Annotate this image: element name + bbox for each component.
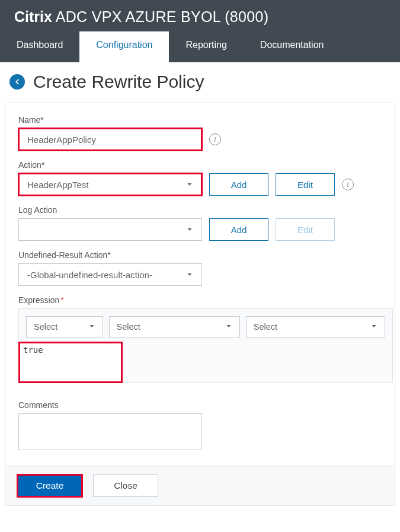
tab-documentation[interactable]: Documentation (244, 31, 341, 62)
page-title: Create Rewrite Policy (33, 72, 204, 92)
chevron-down-icon (186, 225, 193, 235)
field-name: Name i (18, 115, 382, 151)
undef-action-select[interactable]: -Global-undefined-result-action- (18, 263, 202, 286)
app-title: Citrix ADC VPX AZURE BYOL (8000) (14, 8, 386, 26)
page-title-row: Create Rewrite Policy (5, 68, 395, 103)
chevron-down-icon (88, 322, 95, 332)
info-icon[interactable]: i (209, 133, 221, 145)
log-action-select[interactable] (18, 218, 202, 241)
tab-dashboard[interactable]: Dashboard (0, 31, 79, 62)
label-comments: Comments (18, 400, 382, 410)
page-content: Create Rewrite Policy Name i Action Head… (0, 62, 400, 511)
form-panel: Name i Action HeaderAppTest Add Edit i L… (5, 103, 395, 466)
form-footer: Create Close (5, 466, 395, 506)
name-input[interactable] (18, 128, 202, 151)
app-header: Citrix ADC VPX AZURE BYOL (8000) (0, 0, 400, 31)
create-button[interactable]: Create (17, 474, 82, 497)
label-action: Action (18, 160, 382, 170)
info-icon[interactable]: i (342, 179, 354, 190)
action-edit-button[interactable]: Edit (276, 173, 335, 196)
chevron-down-icon (225, 322, 232, 332)
expression-box: Select Select Select (18, 308, 393, 383)
action-add-button[interactable]: Add (209, 173, 268, 196)
close-button[interactable]: Close (93, 474, 158, 497)
expression-select-2[interactable]: Select (109, 316, 240, 337)
label-undef-action: Undefined-Result Action (18, 250, 382, 260)
chevron-down-icon (186, 180, 193, 190)
field-comments: Comments (18, 400, 382, 453)
expression-select-3[interactable]: Select (246, 316, 385, 337)
brand-name: Citrix (14, 8, 52, 25)
tab-reporting[interactable]: Reporting (169, 31, 243, 62)
product-name: ADC VPX AZURE BYOL (8000) (56, 8, 268, 25)
action-select-value: HeaderAppTest (27, 180, 88, 190)
label-name: Name (18, 115, 382, 125)
field-expression: Expression* Select Select Select (18, 295, 382, 383)
chevron-down-icon (186, 270, 193, 280)
expression-textarea[interactable] (19, 342, 122, 383)
field-undef-action: Undefined-Result Action -Global-undefine… (18, 250, 382, 286)
label-expression: Expression* (18, 295, 382, 305)
log-action-add-button[interactable]: Add (209, 218, 268, 241)
main-tabs: Dashboard Configuration Reporting Docume… (0, 31, 400, 62)
chevron-down-icon (370, 322, 377, 332)
log-action-edit-button: Edit (276, 218, 335, 241)
field-log-action: Log Action Add Edit (18, 205, 382, 241)
comments-textarea[interactable] (18, 413, 202, 450)
tab-configuration[interactable]: Configuration (79, 31, 169, 62)
expression-select-1[interactable]: Select (26, 316, 103, 337)
action-select[interactable]: HeaderAppTest (18, 173, 202, 196)
field-action: Action HeaderAppTest Add Edit i (18, 160, 382, 196)
label-log-action: Log Action (18, 205, 382, 215)
undef-action-select-value: -Global-undefined-result-action- (27, 270, 152, 280)
back-icon[interactable] (9, 74, 25, 90)
